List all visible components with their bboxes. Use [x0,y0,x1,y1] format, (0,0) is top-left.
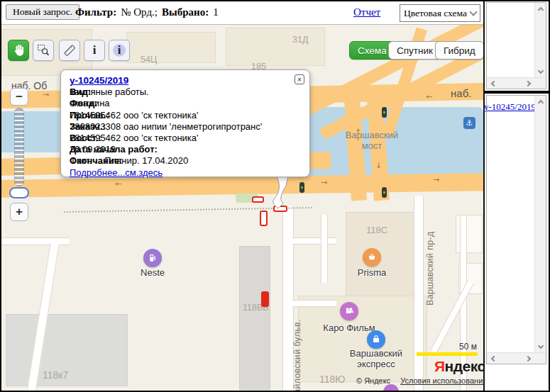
scroll-right-icon[interactable] [523,78,534,89]
oneway-arrow-icon: ↓ [375,161,382,170]
zoom-in-button[interactable]: + [10,203,28,221]
close-icon[interactable]: × [295,74,304,84]
details-link[interactable]: Подробнее...см.здесь [70,167,163,179]
building-label: 31Д [292,35,308,45]
oneway-arrow-icon: → [433,175,439,184]
results-box-bottom: у-10245/2019 [486,95,546,364]
zoom-slider-track[interactable] [14,108,24,186]
building-shape [226,28,325,66]
building-label: 118Ю [319,374,345,385]
color-scheme-select[interactable]: Цветовая схема [400,4,480,22]
terms-of-use-link[interactable]: Условия использования [400,376,483,385]
zoom-slider-handle[interactable] [9,187,29,198]
report-link[interactable]: Отчет [353,6,380,18]
vertical-scrollbar[interactable] [534,96,546,352]
balloon-row: Фонд: скважина [70,98,301,109]
yandex-logo: Яндекс [434,358,483,375]
supermarket-icon[interactable] [363,248,381,267]
scroll-down-icon[interactable] [535,341,546,352]
scroll-right-icon[interactable] [523,353,534,364]
balloon-row: Дата начала работ: 26.09.2019 [70,144,301,155]
app-window: Новый запрос. Фильтр:№ Орд.;Выбрано:1 От… [0,0,550,392]
building-shape [239,246,270,390]
scroll-up-icon[interactable] [535,96,546,107]
horizontal-scrollbar[interactable] [487,77,546,89]
balloon-row: Заказч.: 7808023308 оао нипии 'ленметрог… [70,121,301,133]
oneway-arrow-icon: ← [115,179,121,189]
minor-road [321,215,328,283]
work-order-balloon: у-10245/2019 × Вид: земляные работы. Фон… [60,69,310,177]
work-site-marker[interactable] [252,196,264,203]
anchor-icon[interactable]: ⚓ [463,117,475,129]
vertical-scrollbar[interactable] [534,3,546,77]
filter-label: Фильтр: [75,6,116,18]
canal-water-left [1,111,60,152]
balloon-tail [268,177,298,209]
scroll-left-icon[interactable] [487,78,498,89]
traffic-light-icon [382,187,387,198]
balloon-row: Вид: земляные работы. [70,86,301,98]
traffic-light-icon [299,182,304,193]
scroll-left-icon[interactable] [487,353,498,364]
shopping-mall-icon[interactable] [367,330,385,349]
poi-label: Prisma [351,267,393,278]
scale-label: 50 м [427,342,477,352]
poi-icon-partial [383,384,399,391]
building-shape [126,32,216,63]
info-circle-icon: i [113,44,126,57]
results-box-top [486,2,546,89]
color-scheme-selected-value: Цветовая схема [404,8,467,19]
work-site-marker[interactable] [260,211,268,226]
zoom-out-button[interactable]: − [10,88,28,106]
building-label: 54Ц [141,55,157,65]
street-varshavsky-road [414,196,424,391]
selected-count: 1 [213,6,219,18]
info-tool-button[interactable]: i [84,40,105,61]
bridge-label: Варшавский мост [322,130,422,151]
map-type-hybrid-button[interactable]: Гибрид [435,41,483,60]
panel-divider [485,91,550,94]
area-zoom-tool-button[interactable] [33,40,54,61]
copyright-text: © Яндекс [356,376,390,385]
filter-value: № Орд.; [121,6,158,18]
scroll-up-icon[interactable] [535,3,546,14]
order-list-link[interactable]: у-10245/2019 [484,101,536,113]
right-side-panel: у-10245/2019 [483,1,550,391]
selected-label: Выбрано: [162,6,209,18]
legend-info-button[interactable]: i [109,40,130,61]
building-label: 118к7 [43,369,68,381]
work-site-marker[interactable] [261,291,269,307]
poi-label: Варшавский экспресс [341,348,412,369]
map-type-satellite-button[interactable]: Спутник [388,41,441,60]
map-canvas[interactable]: → ← ← → → ↑ ↓ 31Д 54Ц 185 наб. Об наб. В… [1,24,483,391]
poi-label: Neste [131,267,174,278]
street-label: Варшавский пр-д [425,206,435,306]
traffic-light-icon [382,107,387,118]
oneway-arrow-icon: → [321,178,327,187]
street-label: Измайловский бульв. [292,294,302,391]
chevron-down-icon [469,8,477,16]
balloon-row: Произв.: 7814595462 ооо 'ск тектоника' [70,110,301,121]
oneway-arrow-icon: ← [426,92,432,101]
pan-tool-button[interactable] [8,40,29,61]
building-label: 118С [366,225,387,235]
minor-road [292,237,336,245]
scale-bar [417,352,478,356]
new-request-button[interactable]: Новый запрос. [6,4,79,20]
toolbar: Новый запрос. Фильтр:№ Орд.;Выбрано:1 От… [1,1,483,24]
cinema-icon[interactable] [340,302,358,320]
filter-status-text: Фильтр:№ Орд.;Выбрано:1 [75,6,219,18]
embankment-label: наб. [451,87,471,99]
scroll-down-icon[interactable] [535,66,546,77]
map-credits: © ЯндексУсловия использования [356,376,483,385]
ruler-tool-button[interactable] [59,40,80,61]
order-title-link[interactable]: у-10245/2019 [70,75,128,86]
balloon-row: Окончание: Факт. . . Планир. 17.04.2020 [70,155,301,167]
balloon-row: Восст.: 7814595462 ооо 'ск тектоника' [70,133,301,144]
horizontal-scrollbar[interactable] [487,352,546,364]
info-icon: i [93,43,97,57]
fuel-station-icon[interactable] [143,249,162,267]
